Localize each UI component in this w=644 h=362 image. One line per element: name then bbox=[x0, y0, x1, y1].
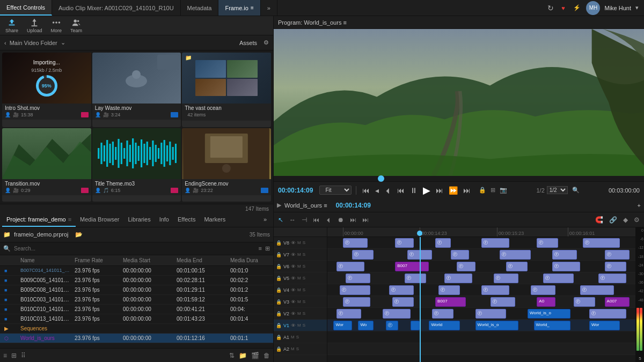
table-row-world-is-ours[interactable]: ⬡ World_is_ours 23.976 fps 00:00:00:00 0… bbox=[0, 334, 273, 343]
tab-effect-controls[interactable]: Effect Controls bbox=[0, 0, 52, 16]
clip-v1-5[interactable]: World bbox=[429, 321, 459, 330]
clip-v7-1[interactable]: Ⓕ bbox=[352, 250, 374, 260]
clip-v7-4[interactable]: Ⓕ bbox=[500, 250, 530, 260]
tl-linked-select[interactable]: 🔗 bbox=[607, 216, 619, 224]
clip-v6-4[interactable]: Ⓕ bbox=[506, 262, 528, 271]
tab-more-arrow[interactable]: » bbox=[259, 213, 271, 227]
heart-icon[interactable]: ♥ bbox=[558, 3, 568, 13]
delete-btn[interactable]: 🗑 bbox=[264, 352, 270, 359]
tl-add-marker[interactable]: ◆ bbox=[621, 216, 630, 224]
more-button[interactable]: More bbox=[51, 18, 62, 33]
freeform-btn[interactable]: ⠿ bbox=[21, 352, 26, 359]
clip-v5-5[interactable]: Ⓕ bbox=[543, 274, 574, 283]
clip-v3-5[interactable]: A0 bbox=[537, 297, 555, 307]
clip-v1-1[interactable]: Wor bbox=[333, 321, 352, 330]
list-view-icon[interactable]: ≡ bbox=[259, 245, 262, 252]
clip-v7-3[interactable]: Ⓕ bbox=[451, 250, 469, 260]
btn-prev-frame[interactable]: ◂ bbox=[374, 186, 380, 195]
clip-v8-6[interactable]: Ⓕ bbox=[583, 238, 620, 248]
fraction-selector[interactable]: 1/2Full bbox=[547, 186, 568, 194]
clip-v6-3[interactable]: Ⓕ bbox=[457, 262, 475, 271]
clip-v4-2[interactable]: Ⓕ bbox=[389, 285, 414, 295]
clip-v1-7[interactable]: World_ bbox=[534, 321, 571, 330]
back-arrow-icon[interactable]: ‹ bbox=[4, 40, 6, 46]
clip-v4-3[interactable]: Ⓕ bbox=[438, 285, 460, 295]
tab-more[interactable]: » bbox=[261, 0, 277, 16]
btn-back[interactable]: ⏴ bbox=[383, 186, 393, 195]
clip-v1-4[interactable] bbox=[411, 321, 420, 330]
btn-fast-forward[interactable]: ⏩ bbox=[447, 186, 459, 195]
tab-audio-mixer[interactable]: Audio Clip Mixer: A001C029_141010_R10U bbox=[52, 0, 181, 16]
tab-effects[interactable]: Effects bbox=[173, 213, 200, 227]
gear-icon[interactable]: ⚙ bbox=[264, 39, 269, 46]
clip-v8-3[interactable]: Ⓕ bbox=[435, 238, 451, 248]
table-row[interactable]: ■ B009C005_141011_R0U4 23.976 fps 00:00:… bbox=[0, 276, 273, 285]
tl-track-select-tool[interactable]: ↔ bbox=[287, 216, 298, 224]
btn-rewind[interactable]: ⏮ bbox=[396, 186, 406, 195]
lock-icon[interactable]: 🔒 bbox=[479, 187, 486, 194]
timeline-playhead[interactable] bbox=[420, 237, 421, 362]
search-input[interactable] bbox=[14, 246, 255, 252]
clip-v6-5[interactable]: Ⓕ bbox=[552, 262, 580, 271]
bolt-icon[interactable]: ⚡ bbox=[572, 3, 582, 13]
clip-v4-6[interactable]: Ⓕ bbox=[580, 285, 614, 295]
clip-v8-4[interactable]: Ⓕ bbox=[481, 238, 509, 248]
clip-v2-1[interactable]: Ⓕ bbox=[336, 309, 361, 319]
clip-v4-4[interactable]: Ⓕ bbox=[481, 285, 509, 295]
btn-pause[interactable]: ⏸ bbox=[408, 186, 419, 195]
playhead-dot[interactable] bbox=[378, 175, 384, 182]
tl-in-point[interactable]: ⏮ bbox=[311, 216, 321, 224]
clip-v2-5[interactable]: World_is_o bbox=[528, 309, 570, 319]
clip-v5-1[interactable]: Ⓕ bbox=[346, 274, 370, 283]
media-item-lay-waste[interactable]: Lay Waste.mov 👤 🎥 3:24 bbox=[92, 53, 181, 127]
clip-v6-2[interactable]: B007 bbox=[395, 262, 429, 271]
sort-btn[interactable]: ⇅ bbox=[229, 352, 235, 359]
tl-settings[interactable]: ⚙ bbox=[632, 216, 642, 224]
clip-v4-1[interactable]: Ⓕ bbox=[340, 285, 370, 295]
tl-out-point[interactable]: ⏭ bbox=[360, 216, 371, 224]
table-row[interactable]: ■ B010C010_141011_R0U4 23.976 fps 00:00:… bbox=[0, 305, 273, 314]
clip-v1-6[interactable]: World_is_o bbox=[475, 321, 518, 330]
clip-v1-2[interactable]: Wo bbox=[358, 321, 374, 330]
clip-v8-2[interactable]: Ⓕ bbox=[395, 238, 413, 248]
team-button[interactable]: Team bbox=[70, 18, 82, 33]
timeline-ruler[interactable]: 00:00:00 00:00:14:23 00:00:15:23 00:00:1… bbox=[327, 227, 635, 237]
media-item-vast-ocean[interactable]: 📁 The vast ocean 42 items bbox=[182, 53, 271, 127]
tab-info[interactable]: Info bbox=[155, 213, 173, 227]
clip-v1-3[interactable]: Ⓕ bbox=[386, 321, 398, 330]
zoom-icon[interactable]: 🔍 bbox=[572, 187, 580, 194]
media-item-transition[interactable]: Transition.mov 👤 🎥 0:29 bbox=[2, 128, 91, 202]
btn-step-forward[interactable]: ⏭ bbox=[462, 186, 472, 195]
folder-nav-chevron[interactable]: ⌄ bbox=[61, 39, 65, 46]
search-icon[interactable]: 🔍 bbox=[3, 245, 11, 252]
tl-selection-tool[interactable]: ↖ bbox=[276, 216, 286, 224]
clip-v3-2[interactable]: Ⓕ bbox=[392, 297, 414, 307]
tl-next-edit[interactable]: ⏭ bbox=[348, 216, 358, 224]
list-view-btn[interactable]: ≡ bbox=[3, 352, 7, 359]
media-item-intro-shot[interactable]: Importing... 915kb / 2.5mb 95% Intro Sho… bbox=[2, 53, 91, 127]
clip-v2-6[interactable]: Ⓕ bbox=[589, 309, 626, 319]
clip-v5-3[interactable]: Ⓕ bbox=[444, 274, 472, 283]
tab-metadata[interactable]: Metadata bbox=[181, 0, 219, 16]
clip-v3-3[interactable]: B007 bbox=[435, 297, 466, 307]
new-folder-icon[interactable]: 📂 bbox=[75, 231, 83, 238]
new-item-btn[interactable]: 🎬 bbox=[251, 352, 259, 359]
tab-media-browser[interactable]: Media Browser bbox=[76, 213, 123, 227]
playhead-bar[interactable] bbox=[274, 176, 644, 181]
media-item-title-theme[interactable]: Title Theme.mo3 👤 🎵 6:15 bbox=[92, 128, 181, 202]
fit-selector[interactable]: Fit 25% 50% 100% bbox=[319, 186, 352, 195]
clip-v1-8[interactable]: Wor bbox=[589, 321, 620, 330]
clip-v5-2[interactable]: Ⓕ bbox=[405, 274, 426, 283]
clip-v5-6[interactable]: Ⓕ bbox=[598, 274, 626, 283]
tl-prev-edit[interactable]: ⏴ bbox=[323, 216, 334, 224]
table-row[interactable]: ■ B010C003_141011_R0U4 23.976 fps 00:00:… bbox=[0, 295, 273, 305]
table-row[interactable]: ■ B010C013_141011_R0U4 23.976 fps 00:00:… bbox=[0, 314, 273, 324]
add-track-icon[interactable]: + bbox=[638, 202, 641, 209]
clip-v8-5[interactable]: Ⓕ bbox=[537, 238, 558, 248]
tl-ripple-tool[interactable]: ⊣ bbox=[299, 216, 309, 224]
tab-frameio[interactable]: Frame.io ≡ bbox=[218, 0, 260, 16]
clip-v3-7[interactable]: A007 bbox=[605, 297, 630, 307]
btn-step-back[interactable]: ⏮ bbox=[361, 186, 371, 195]
tl-snap[interactable]: 🧲 bbox=[593, 216, 605, 224]
btn-play[interactable]: ▶ bbox=[421, 184, 432, 196]
